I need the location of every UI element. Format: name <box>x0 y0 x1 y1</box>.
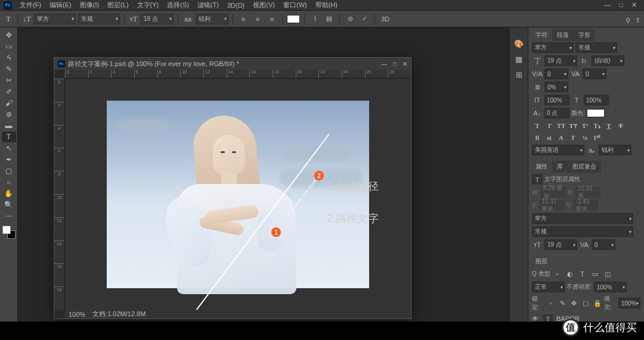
swatches-panel-icon[interactable]: ▦ <box>513 54 524 64</box>
opacity-select[interactable]: 100% <box>594 282 627 292</box>
tab-layers[interactable]: 图层 <box>531 255 552 267</box>
share-icon[interactable]: ⇧ <box>635 17 640 24</box>
tab-paragraph[interactable]: 段落 <box>552 29 574 41</box>
lock-all-icon[interactable]: 🔒 <box>592 298 602 308</box>
menu-image[interactable]: 图像(I) <box>76 0 103 11</box>
menu-type[interactable]: 文字(Y) <box>133 0 163 11</box>
char-aa[interactable]: 锐利 <box>599 145 631 155</box>
tab-properties[interactable]: 属性 <box>531 161 552 173</box>
window-close[interactable]: ✕ <box>631 1 637 9</box>
char-language[interactable]: 美国英语 <box>532 145 584 155</box>
window-minimize[interactable]: — <box>604 1 611 9</box>
underline-button[interactable]: T <box>605 121 613 130</box>
char-scale-pct[interactable]: 0% <box>544 82 568 92</box>
quick-select-tool[interactable]: ✎ <box>2 64 16 74</box>
liga-st[interactable]: st <box>545 133 553 142</box>
tab-layer-comps[interactable]: 图层复合 <box>568 161 601 173</box>
lock-pos-icon[interactable]: ✥ <box>569 298 579 308</box>
text-orientation-icon[interactable]: ↓T <box>22 14 32 24</box>
menu-edit[interactable]: 编辑(E) <box>45 0 76 11</box>
gradient-tool[interactable]: ▬ <box>2 120 16 131</box>
menu-window[interactable]: 窗口(W) <box>279 0 311 11</box>
char-vscale[interactable]: 100% <box>544 95 569 105</box>
prop-size[interactable]: 19 点 <box>544 239 577 250</box>
italic-button[interactable]: T <box>545 121 553 130</box>
filter-adjust-icon[interactable]: ◐ <box>565 269 575 279</box>
document-titlebar[interactable]: Ps 路径文字案例-1.psd @ 100% (For ever my love… <box>54 58 411 70</box>
tab-glyphs[interactable]: 字形 <box>574 29 595 41</box>
filter-pixel-icon[interactable]: ▫ <box>552 269 563 279</box>
zoom-level[interactable]: 100% <box>69 311 85 318</box>
move-tool[interactable]: ✥ <box>2 30 16 40</box>
strike-button[interactable]: T <box>617 121 625 130</box>
align-right-icon[interactable]: ≡ <box>266 14 278 24</box>
anti-alias-select[interactable]: 锐利 <box>196 14 228 24</box>
grid-panel-icon[interactable]: ⊞ <box>513 69 524 80</box>
path-select-tool[interactable]: ↖ <box>2 143 16 154</box>
mode-3d[interactable]: 3D <box>379 14 391 24</box>
menu-help[interactable]: 帮助(H) <box>311 0 342 11</box>
font-size-select[interactable]: 19 点 <box>141 14 174 24</box>
filter-type-icon[interactable]: T <box>577 269 588 279</box>
doc-minimize[interactable]: — <box>381 61 387 67</box>
visibility-icon[interactable]: 👁 <box>532 315 540 322</box>
edit-toolbar[interactable]: ⋯ <box>2 211 16 222</box>
smallcaps-button[interactable]: Tᴛ <box>569 121 577 130</box>
font-weight-select[interactable]: 常规 <box>78 14 120 24</box>
filter-shape-icon[interactable]: ▭ <box>590 269 600 279</box>
tab-character[interactable]: 字符 <box>531 29 552 41</box>
warp-text-icon[interactable]: ⌇ <box>309 14 321 24</box>
subscript-button[interactable]: T₁ <box>593 121 601 130</box>
doc-close[interactable]: ✕ <box>402 61 407 67</box>
text-color-swatch[interactable] <box>287 15 300 23</box>
font-family-select[interactable]: 苹方 <box>34 14 76 24</box>
ruler-vertical[interactable]: 024681012141618 <box>54 79 65 310</box>
menu-layer[interactable]: 图层(L) <box>103 0 132 11</box>
align-center-icon[interactable]: ≡ <box>252 14 264 24</box>
lock-art-icon[interactable]: ▢ <box>581 298 590 308</box>
rect-tool[interactable]: ▢ <box>2 166 16 176</box>
ordinals[interactable]: ¼ <box>581 133 589 142</box>
char-weight-select[interactable]: 常规 <box>575 42 617 53</box>
prop-weight[interactable]: 常规 <box>532 226 633 237</box>
stamp-tool[interactable]: ⊕ <box>2 109 16 120</box>
fill-select[interactable]: 100% <box>618 298 640 308</box>
char-font-select[interactable]: 苹方 <box>532 42 574 53</box>
char-leading-select[interactable]: (自动) <box>592 55 624 66</box>
pen-tool[interactable]: ✒ <box>2 154 16 165</box>
titling-alt[interactable]: T <box>569 133 577 142</box>
ruler-horizontal[interactable]: 0246810121416182022242628 <box>65 70 411 79</box>
blend-mode-select[interactable]: 正常 <box>532 282 565 292</box>
liga-fi[interactable]: fi <box>533 133 541 142</box>
allcaps-button[interactable]: TT <box>557 121 565 130</box>
filter-smart-icon[interactable]: ◫ <box>602 269 613 279</box>
prop-track[interactable]: 0 <box>592 239 615 250</box>
char-color-swatch[interactable] <box>587 109 605 117</box>
char-panel-icon[interactable]: ▤ <box>323 14 335 24</box>
lock-trans-icon[interactable]: ▫ <box>546 298 556 308</box>
zoom-tool[interactable]: 🔍 <box>2 199 16 210</box>
doc-info[interactable]: 文档:1.02M/12.8M <box>92 310 145 319</box>
color-panel-icon[interactable]: 🎨 <box>513 38 524 49</box>
char-tracking[interactable]: 0 <box>583 68 606 79</box>
crop-tool[interactable]: ✂ <box>2 75 16 86</box>
eyedropper-tool[interactable]: ✐ <box>2 86 16 97</box>
menu-filter[interactable]: 滤镜(T) <box>193 0 223 11</box>
marquee-tool[interactable]: ▭ <box>2 41 16 52</box>
ellipse-tool[interactable]: ○ <box>2 177 16 188</box>
superscript-button[interactable]: T¹ <box>581 121 589 130</box>
lock-pixel-icon[interactable]: ✎ <box>558 298 567 308</box>
lasso-tool[interactable]: ᔦ <box>2 52 16 63</box>
char-baseline[interactable]: 0 点 <box>544 108 569 118</box>
tab-library[interactable]: 库 <box>552 161 568 173</box>
commit-icon[interactable]: ✓ <box>358 14 370 24</box>
type-tool[interactable]: T <box>2 132 16 142</box>
window-maximize[interactable]: □ <box>619 1 623 9</box>
align-left-icon[interactable]: ≡ <box>237 14 249 24</box>
stylistic-alt[interactable]: A <box>557 133 565 142</box>
doc-maximize[interactable]: □ <box>393 61 397 67</box>
hand-tool[interactable]: ✋ <box>2 188 16 199</box>
bold-button[interactable]: T <box>533 121 541 130</box>
search-icon[interactable]: ⚲ <box>626 17 630 24</box>
menu-select[interactable]: 选择(S) <box>163 0 193 11</box>
